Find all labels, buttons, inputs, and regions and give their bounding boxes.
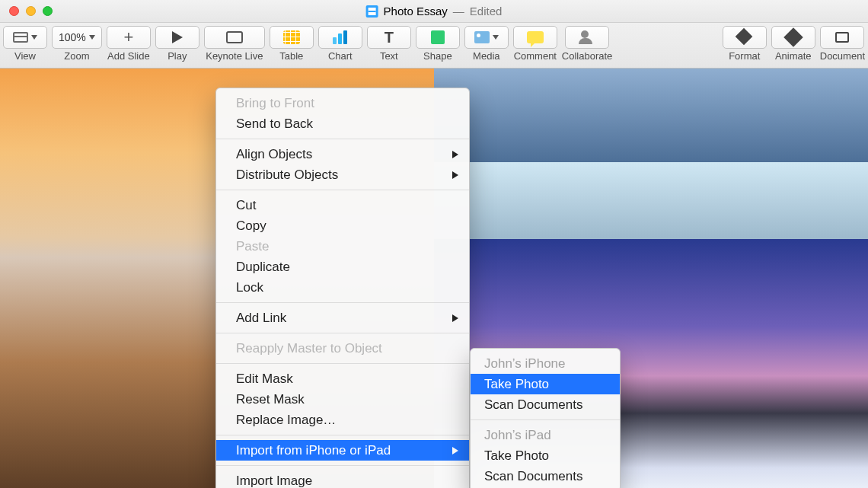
format-tool: Format xyxy=(723,26,767,62)
menu-reapply-master: Reapply Master to Object xyxy=(216,338,469,359)
zoom-value: 100% xyxy=(59,31,86,43)
comment-icon xyxy=(527,31,544,43)
submenu-device-header-ipad: John’s iPad xyxy=(471,425,620,445)
menu-reset-mask[interactable]: Reset Mask xyxy=(216,389,469,410)
submenu-arrow-icon xyxy=(452,151,458,158)
chart-button[interactable] xyxy=(318,26,362,49)
view-tool: View xyxy=(3,26,47,62)
menu-cut[interactable]: Cut xyxy=(216,195,469,215)
shape-icon xyxy=(431,30,445,44)
window-title: Photo Essay — Edited xyxy=(366,5,503,18)
table-label: Table xyxy=(279,50,303,62)
format-icon xyxy=(738,30,752,44)
table-icon xyxy=(283,30,300,44)
table-button[interactable] xyxy=(270,26,314,49)
menu-edit-mask[interactable]: Edit Mask xyxy=(216,368,469,389)
media-button[interactable] xyxy=(464,26,509,49)
menu-distribute-objects-label: Distribute Objects xyxy=(236,167,338,182)
collaborate-tool: Collaborate xyxy=(562,26,613,62)
add-slide-tool: + Add Slide xyxy=(107,26,151,62)
table-tool: Table xyxy=(270,26,314,62)
view-button[interactable] xyxy=(3,26,47,49)
document-edited-status: Edited xyxy=(470,5,503,18)
menu-separator xyxy=(216,190,469,190)
zoom-button[interactable]: 100% xyxy=(52,26,102,49)
menu-add-link-label: Add Link xyxy=(236,311,286,325)
minimize-window-button[interactable] xyxy=(26,6,36,16)
text-icon: T xyxy=(385,29,394,46)
document-button[interactable] xyxy=(820,26,864,49)
document-tool: Document xyxy=(820,26,865,62)
menu-import-image[interactable]: Import Image xyxy=(216,470,469,488)
text-tool: T Text xyxy=(367,26,411,62)
menu-separator xyxy=(216,333,469,333)
document-label: Document xyxy=(820,50,865,62)
placed-image-frozen-lake[interactable] xyxy=(434,69,868,239)
menu-copy[interactable]: Copy xyxy=(216,215,469,236)
shape-label: Shape xyxy=(423,50,452,62)
submenu-ipad-scan-documents[interactable]: Scan Documents xyxy=(471,466,620,486)
menu-lock[interactable]: Lock xyxy=(216,277,469,298)
menu-separator xyxy=(216,363,469,364)
media-tool: Media xyxy=(464,26,509,62)
keynote-doc-icon xyxy=(366,5,378,18)
menu-add-link[interactable]: Add Link xyxy=(216,308,469,328)
toolbar: View 100% Zoom + Add Slide Play Keynote … xyxy=(0,23,868,69)
view-label: View xyxy=(14,50,36,62)
document-name: Photo Essay xyxy=(384,5,448,18)
add-slide-label: Add Slide xyxy=(107,50,150,62)
add-slide-button[interactable]: + xyxy=(107,26,151,49)
keynote-live-label: Keynote Live xyxy=(206,50,263,62)
menu-duplicate[interactable]: Duplicate xyxy=(216,257,469,277)
comment-button[interactable] xyxy=(513,26,557,49)
window-titlebar: Photo Essay — Edited xyxy=(0,0,868,23)
submenu-arrow-icon xyxy=(452,171,458,179)
context-menu: Bring to Front Send to Back Align Object… xyxy=(215,88,470,488)
menu-separator xyxy=(216,465,469,466)
menu-paste: Paste xyxy=(216,236,469,257)
format-button[interactable] xyxy=(723,26,767,49)
media-icon xyxy=(474,31,490,43)
play-button[interactable] xyxy=(155,26,199,49)
menu-align-objects[interactable]: Align Objects xyxy=(216,144,469,164)
shape-button[interactable] xyxy=(416,26,460,49)
animate-tool: Animate xyxy=(771,26,815,62)
keynote-live-button[interactable] xyxy=(204,26,265,49)
menu-import-from-iphone-or-ipad[interactable]: Import from iPhone or iPad xyxy=(216,440,469,461)
play-icon xyxy=(172,31,183,43)
chart-icon xyxy=(333,30,347,44)
text-button[interactable]: T xyxy=(367,26,411,49)
submenu-device-header-iphone: John’s iPhone xyxy=(471,353,620,374)
submenu-iphone-scan-documents[interactable]: Scan Documents xyxy=(471,394,620,415)
collaborate-button[interactable] xyxy=(565,26,609,49)
play-label: Play xyxy=(168,50,187,62)
animate-button[interactable] xyxy=(771,26,815,49)
menu-import-continuity-label: Import from iPhone or iPad xyxy=(236,443,391,458)
chevron-down-icon xyxy=(493,35,499,40)
keynote-live-icon xyxy=(226,31,243,43)
format-label: Format xyxy=(729,50,760,62)
menu-bring-to-front: Bring to Front xyxy=(216,93,469,113)
chevron-down-icon xyxy=(31,35,37,40)
media-label: Media xyxy=(473,50,499,62)
keynote-live-tool: Keynote Live xyxy=(204,26,265,62)
menu-align-objects-label: Align Objects xyxy=(236,147,312,161)
menu-distribute-objects[interactable]: Distribute Objects xyxy=(216,164,469,185)
animate-icon xyxy=(783,27,803,46)
comment-tool: Comment xyxy=(513,26,557,62)
submenu-ipad-take-photo[interactable]: Take Photo xyxy=(471,445,620,466)
zoom-label: Zoom xyxy=(64,50,89,62)
collaborate-label: Collaborate xyxy=(562,50,613,62)
submenu-iphone-take-photo[interactable]: Take Photo xyxy=(471,374,620,394)
close-window-button[interactable] xyxy=(9,6,19,16)
title-separator: — xyxy=(453,5,464,18)
chart-tool: Chart xyxy=(318,26,362,62)
menu-separator xyxy=(216,302,469,303)
menu-replace-image[interactable]: Replace Image… xyxy=(216,410,469,430)
continuity-camera-submenu: John’s iPhone Take Photo Scan Documents … xyxy=(470,348,621,488)
traffic-lights xyxy=(9,6,53,16)
chevron-down-icon xyxy=(89,35,95,40)
menu-send-to-back[interactable]: Send to Back xyxy=(216,113,469,134)
zoom-window-button[interactable] xyxy=(43,6,53,16)
comment-label: Comment xyxy=(514,50,557,62)
